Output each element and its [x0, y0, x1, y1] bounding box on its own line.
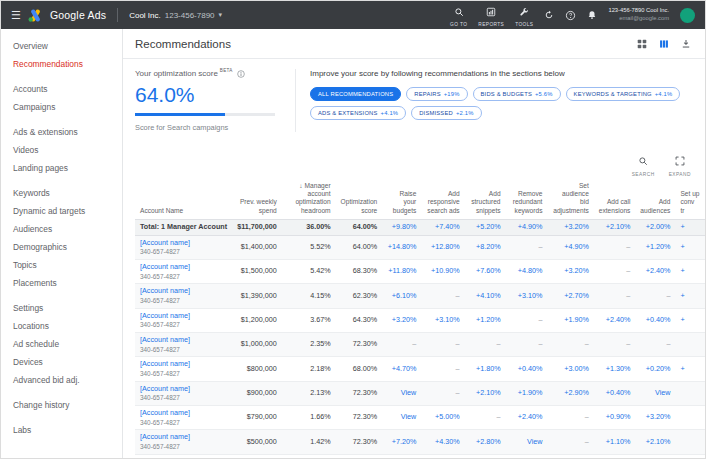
filter-chip[interactable]: ADS & EXTENSIONS+4.1% [310, 106, 406, 120]
cell-link[interactable]: +2.40% [506, 405, 548, 429]
cell-link[interactable]: +4.90% [506, 219, 548, 235]
cell-link[interactable]: +3.10% [506, 284, 548, 308]
sidebar-item-advanced-bid-adj[interactable]: Advanced bid adj. [1, 371, 122, 389]
cell-link[interactable]: + [675, 308, 705, 332]
sidebar-item-ad-schedule[interactable]: Ad schedule [1, 335, 122, 353]
filter-chip[interactable]: BIDS & BUDGETS+5.6% [473, 87, 561, 101]
reports-button[interactable]: REPORTS [478, 3, 504, 27]
cell-link[interactable]: +5.20% [465, 219, 506, 235]
sidebar-item-audiences[interactable]: Audiences [1, 220, 122, 238]
cell-link[interactable]: + [675, 284, 705, 308]
column-header[interactable]: Set audience bid adjustments [547, 179, 593, 219]
filter-chip[interactable]: REPAIRS+19% [406, 87, 467, 101]
column-header[interactable]: Prev. weekly spend [232, 179, 282, 219]
cell-link[interactable]: +6.10% [382, 284, 421, 308]
cell-link[interactable]: +1.90% [594, 454, 636, 459]
cell-link[interactable]: +3.20% [547, 259, 593, 283]
sidebar-item-keywords[interactable]: Keywords [1, 184, 122, 202]
cell-link[interactable]: +12.80% [421, 235, 464, 259]
sidebar-item-change-history[interactable]: Change history [1, 396, 122, 414]
filter-chip[interactable]: DISMISSED+2.1% [411, 106, 481, 120]
cell-link[interactable]: +2.10% [635, 430, 675, 454]
cell-link[interactable]: View [635, 381, 675, 405]
column-header[interactable]: Add call extensions [594, 179, 636, 219]
cell-link[interactable]: +3.20% [547, 219, 593, 235]
avatar[interactable] [680, 8, 695, 23]
account-link[interactable]: [Account name] [140, 409, 227, 418]
account-picker[interactable]: Cool Inc. 123-456-7890 ▾ [129, 11, 222, 20]
expand-table-button[interactable]: EXPAND [669, 152, 691, 177]
cell-link[interactable]: +2.10% [594, 219, 636, 235]
cell-link[interactable]: +9.80% [382, 219, 421, 235]
sidebar-item-placements[interactable]: Placements [1, 274, 122, 292]
sidebar-item-overview[interactable]: Overview [1, 37, 122, 55]
cell-link[interactable]: +10.90% [421, 259, 464, 283]
account-link[interactable]: [Account name] [140, 239, 227, 248]
cell-link[interactable]: +1.90% [506, 381, 548, 405]
sidebar-item-topics[interactable]: Topics [1, 256, 122, 274]
cell-link[interactable]: + [675, 259, 705, 283]
account-link[interactable]: [Account name] [140, 433, 227, 442]
cell-link[interactable]: +2.70% [547, 284, 593, 308]
cell-link[interactable]: +3.20% [382, 308, 421, 332]
sidebar-item-settings[interactable]: Settings [1, 299, 122, 317]
cell-link[interactable]: +1.20% [635, 235, 675, 259]
grid-icon[interactable] [637, 39, 647, 49]
cell-link[interactable]: +3.00% [547, 357, 593, 381]
cell-link[interactable]: +3.10% [421, 308, 464, 332]
column-header[interactable]: Optimization score [336, 179, 383, 219]
cell-link[interactable]: +0.40% [635, 308, 675, 332]
cell-link[interactable]: +2.40% [635, 259, 675, 283]
sidebar-item-recommendations[interactable]: Recommendations [1, 55, 122, 73]
cell-link[interactable]: +4.90% [547, 235, 593, 259]
cell-link[interactable]: +2.90% [547, 381, 593, 405]
column-header[interactable]: Add audiences [635, 179, 675, 219]
cell-link[interactable]: +1.10% [594, 430, 636, 454]
cell-link[interactable]: +14.80% [382, 235, 421, 259]
column-header[interactable]: ↓Manager account optimization headroom [282, 179, 336, 219]
notifications-icon[interactable] [587, 10, 597, 20]
column-header[interactable]: Add responsive search ads [421, 179, 464, 219]
columns-icon[interactable] [659, 39, 669, 49]
cell-link[interactable]: +8.20% [465, 235, 506, 259]
cell-link[interactable]: +0.90% [594, 405, 636, 429]
account-link[interactable]: [Account name] [140, 336, 227, 345]
account-link[interactable]: [Account name] [140, 287, 227, 296]
account-link[interactable]: [Account name] [140, 360, 227, 369]
info-icon[interactable] [237, 70, 245, 78]
cell-link[interactable]: View [382, 405, 421, 429]
cell-link[interactable]: +1.20% [465, 308, 506, 332]
cell-link[interactable]: +0.20% [635, 357, 675, 381]
cell-link[interactable]: +7.40% [421, 219, 464, 235]
sidebar-item-videos[interactable]: Videos [1, 141, 122, 159]
go-to-button[interactable]: GO TO [450, 3, 467, 27]
cell-link[interactable]: + [675, 454, 705, 459]
cell-link[interactable]: +1.30% [594, 357, 636, 381]
filter-chip[interactable]: ALL RECOMMENDATIONS [310, 87, 401, 101]
sidebar-item-locations[interactable]: Locations [1, 317, 122, 335]
cell-link[interactable]: +0.40% [506, 357, 548, 381]
cell-link[interactable]: + [675, 235, 705, 259]
cell-link[interactable]: +2.40% [594, 308, 636, 332]
sidebar-item-ads-extensions[interactable]: Ads & extensions [1, 123, 122, 141]
account-link[interactable]: [Account name] [140, 312, 227, 321]
cell-link[interactable]: +4.10% [465, 284, 506, 308]
sidebar-item-landing-pages[interactable]: Landing pages [1, 159, 122, 177]
cell-link[interactable]: +1.90% [465, 454, 506, 459]
tools-button[interactable]: TOOLS [515, 3, 533, 27]
cell-link[interactable]: +4.80% [506, 259, 548, 283]
account-link[interactable]: [Account name] [140, 385, 227, 394]
cell-link[interactable]: +11.80% [382, 259, 421, 283]
search-table-button[interactable]: SEARCH [632, 152, 655, 177]
cell-link[interactable]: +1.80% [465, 357, 506, 381]
cell-link[interactable]: +4.30% [421, 430, 464, 454]
cell-link[interactable]: +2.00% [635, 219, 675, 235]
sidebar-item-demographics[interactable]: Demographics [1, 238, 122, 256]
cell-link[interactable]: +2.10% [465, 381, 506, 405]
sidebar-item-accounts[interactable]: Accounts [1, 80, 122, 98]
cell-link[interactable]: +2.80% [465, 430, 506, 454]
column-header[interactable]: Account Name [135, 179, 232, 219]
sidebar-item-devices[interactable]: Devices [1, 353, 122, 371]
column-header[interactable]: Add structured snippets [465, 179, 506, 219]
cell-link[interactable]: + [675, 219, 705, 235]
